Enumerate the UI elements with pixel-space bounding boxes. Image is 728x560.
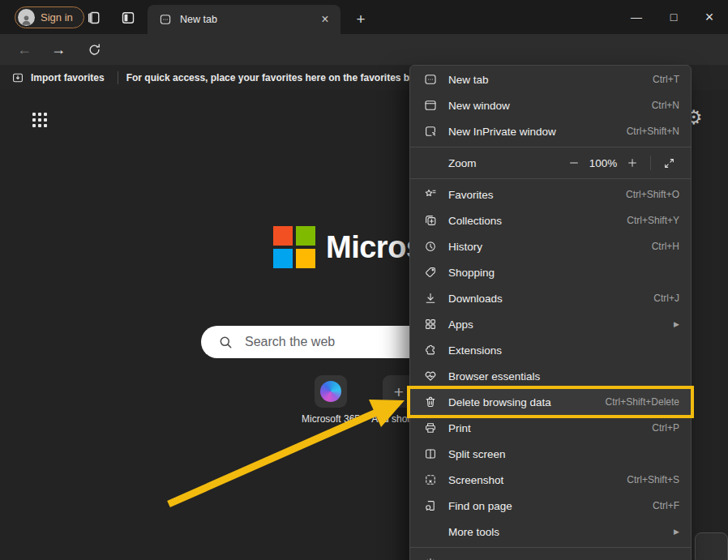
favorites-bar-divider bbox=[118, 71, 118, 84]
zoom-divider bbox=[650, 156, 651, 170]
menu-separator bbox=[410, 147, 691, 147]
menu-item-zoom[interactable]: Zoom100% bbox=[410, 150, 691, 176]
menu-item-label: Collections bbox=[448, 215, 616, 227]
microsoft-logo-squares bbox=[273, 226, 315, 268]
shortcut-label: Microsoft 365 bbox=[302, 413, 360, 425]
zoom-out-button[interactable] bbox=[563, 157, 585, 169]
menu-item-browser-essentials[interactable]: Browser essentials bbox=[410, 363, 691, 389]
menu-item-label: History bbox=[448, 241, 641, 253]
menu-item-screenshot[interactable]: ScreenshotCtrl+Shift+S bbox=[410, 467, 691, 493]
forward-button[interactable]: → bbox=[46, 34, 71, 65]
menu-item-settings[interactable]: Settings bbox=[410, 550, 691, 560]
history-icon bbox=[423, 240, 438, 253]
menu-item-shortcut: Ctrl+J bbox=[653, 293, 679, 304]
browser-window: Sign in New tab × + — □ × ← → Search or … bbox=[0, 0, 728, 560]
tab-close-icon[interactable]: × bbox=[316, 11, 334, 28]
menu-item-label: Print bbox=[448, 422, 641, 434]
favorites-icon bbox=[423, 188, 438, 201]
app-launcher-icon[interactable] bbox=[32, 113, 47, 127]
zoom-in-button[interactable] bbox=[622, 157, 643, 169]
menu-item-split-screen[interactable]: Split screen bbox=[410, 441, 691, 467]
import-favorites-button[interactable]: Import favorites bbox=[0, 71, 114, 84]
menu-item-label: Split screen bbox=[448, 448, 679, 460]
menu-separator bbox=[410, 547, 691, 548]
refresh-button[interactable] bbox=[82, 34, 106, 65]
sign-in-button[interactable]: Sign in bbox=[15, 6, 84, 28]
menu-item-new-window[interactable]: New windowCtrl+N bbox=[410, 92, 691, 118]
person-icon bbox=[20, 14, 32, 26]
menu-item-collections[interactable]: CollectionsCtrl+Shift+Y bbox=[410, 207, 691, 233]
shortcut-tiles: Microsoft 365+Add shortcut bbox=[315, 375, 415, 425]
zoom-value: 100% bbox=[585, 157, 622, 169]
new-tab-button[interactable]: + bbox=[351, 9, 370, 28]
menu-item-shortcut: Ctrl+Shift+S bbox=[627, 474, 679, 485]
settings-gear-icon bbox=[423, 557, 438, 560]
import-favorites-label: Import favorites bbox=[31, 72, 105, 83]
menu-item-find-on-page[interactable]: Find on pageCtrl+F bbox=[410, 493, 691, 519]
bottom-right-widget[interactable] bbox=[695, 532, 728, 560]
menu-item-label: New tab bbox=[448, 74, 642, 86]
menu-item-label: More tools bbox=[448, 526, 663, 538]
shortcut-microsoft-365[interactable]: Microsoft 365 bbox=[315, 375, 347, 425]
menu-item-shopping[interactable]: Shopping bbox=[410, 259, 691, 285]
split-screen-icon bbox=[423, 447, 438, 460]
menu-item-label: Shopping bbox=[448, 267, 679, 279]
submenu-arrow-icon: ▶ bbox=[674, 528, 679, 536]
menu-item-extensions[interactable]: Extensions bbox=[410, 337, 691, 363]
window-maximize-button[interactable]: □ bbox=[655, 0, 692, 34]
search-icon bbox=[218, 335, 233, 350]
menu-separator bbox=[410, 178, 691, 179]
menu-item-label: Extensions bbox=[448, 344, 679, 357]
menu-item-label: Delete browsing data bbox=[448, 396, 595, 408]
menu-item-downloads[interactable]: DownloadsCtrl+J bbox=[410, 285, 691, 311]
menu-item-label: Browser essentials bbox=[448, 370, 679, 383]
workspaces-icon[interactable] bbox=[84, 8, 104, 28]
back-button[interactable]: ← bbox=[12, 34, 36, 65]
menu-item-new-inprivate-window[interactable]: New InPrivate windowCtrl+Shift+N bbox=[410, 118, 691, 144]
sign-in-label: Sign in bbox=[41, 11, 73, 24]
tab-actions-icon[interactable] bbox=[118, 8, 138, 28]
navigation-toolbar: ← → Search or enter web address bbox=[0, 34, 728, 65]
new-window-icon bbox=[423, 99, 438, 112]
menu-item-label: Zoom bbox=[448, 157, 553, 169]
menu-item-label: New InPrivate window bbox=[448, 126, 616, 138]
web-search-placeholder: Search the web bbox=[245, 335, 335, 349]
menu-item-shortcut: Ctrl+N bbox=[652, 100, 679, 111]
find-icon bbox=[423, 499, 438, 512]
menu-item-shortcut: Ctrl+Shift+Delete bbox=[606, 396, 679, 408]
favorites-bar-message: For quick access, place your favorites h… bbox=[126, 72, 421, 83]
collections-icon bbox=[423, 214, 438, 227]
menu-item-history[interactable]: HistoryCtrl+H bbox=[410, 233, 691, 259]
avatar bbox=[18, 9, 35, 26]
tab-title: New tab bbox=[180, 14, 308, 25]
menu-item-shortcut: Ctrl+H bbox=[652, 241, 679, 252]
menu-item-shortcut: Ctrl+F bbox=[653, 500, 679, 511]
browser-essentials-icon bbox=[423, 370, 438, 383]
apps-icon bbox=[423, 318, 438, 331]
tab-new-tab[interactable]: New tab × bbox=[148, 5, 340, 34]
menu-item-new-tab[interactable]: New tabCtrl+T bbox=[410, 66, 691, 92]
menu-item-shortcut: Ctrl+P bbox=[652, 422, 679, 434]
menu-item-label: Apps bbox=[448, 318, 663, 331]
import-favorites-icon bbox=[11, 71, 24, 84]
microsoft-365-icon bbox=[315, 375, 347, 408]
window-close-button[interactable]: × bbox=[691, 0, 728, 34]
menu-item-label: New window bbox=[448, 100, 641, 112]
menu-item-print[interactable]: PrintCtrl+P bbox=[410, 415, 691, 441]
menu-item-shortcut: Ctrl+Shift+N bbox=[627, 126, 679, 137]
menu-item-delete-browsing-data[interactable]: Delete browsing dataCtrl+Shift+Delete bbox=[410, 389, 691, 415]
new-tab-icon bbox=[423, 73, 438, 86]
menu-item-favorites[interactable]: FavoritesCtrl+Shift+O bbox=[410, 182, 691, 207]
menu-item-more-tools[interactable]: More tools▶ bbox=[410, 519, 691, 545]
menu-item-label: Downloads bbox=[448, 293, 643, 305]
submenu-arrow-icon: ▶ bbox=[674, 320, 679, 328]
fullscreen-button[interactable] bbox=[658, 157, 679, 169]
trash-icon bbox=[423, 395, 438, 408]
menu-item-label: Screenshot bbox=[448, 474, 616, 486]
inprivate-icon bbox=[423, 125, 438, 138]
new-tab-page-favicon bbox=[159, 13, 172, 26]
settings-and-more-menu: New tabCtrl+TNew windowCtrl+NNew InPriva… bbox=[409, 65, 692, 560]
menu-item-apps[interactable]: Apps▶ bbox=[410, 311, 691, 337]
window-minimize-button[interactable]: — bbox=[618, 0, 655, 34]
menu-item-shortcut: Ctrl+Shift+O bbox=[626, 189, 679, 200]
